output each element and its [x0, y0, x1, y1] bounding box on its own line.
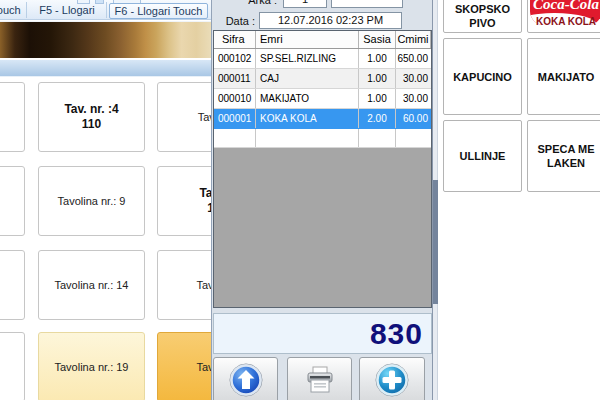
cell-sifra: 000010 — [214, 89, 256, 108]
cell-sasia: 2.00 — [359, 109, 396, 128]
cell-empty — [359, 129, 396, 147]
date-label: Data : — [215, 13, 255, 29]
table-button-label: Tavoli — [196, 278, 211, 293]
table-button-partial[interactable] — [0, 332, 25, 400]
cell-cmimi: 650.00 — [396, 49, 431, 68]
product-label: SPECA ME LAKEN — [534, 142, 598, 170]
tab-separator — [106, 2, 107, 18]
cell-empty — [396, 129, 431, 147]
table-button-label: Tavolina nr.: 9 — [58, 194, 126, 209]
tab-f6-llogari-touch[interactable]: F6 - Llogari Touch — [109, 3, 208, 19]
tab-touch[interactable]: Touch — [0, 3, 26, 19]
table-button-partial[interactable] — [0, 250, 25, 320]
table-button-tavolina-19[interactable]: Tavolina nr.: 19 — [38, 332, 145, 400]
product-button-makijato[interactable]: MAKIJATO — [527, 38, 600, 115]
plus-icon — [375, 363, 409, 397]
cell-sifra: 000102 — [214, 49, 256, 68]
order-row[interactable]: 000010 MAKIJATO 1.00 30.00 — [214, 89, 431, 109]
table-button-clipped[interactable]: Tavoli — [157, 250, 211, 320]
product-label: ULLINJE — [460, 149, 506, 163]
tab-separator — [26, 2, 27, 18]
product-button-skopsko-pivo[interactable]: SKOPSKO PIVO — [443, 0, 522, 33]
cell-emri: SP.SEL.RIZLING — [256, 49, 359, 68]
cell-sifra: 000001 — [214, 109, 256, 128]
cell-sasia: 1.00 — [359, 69, 396, 88]
scrollbar-thumb[interactable] — [433, 180, 438, 304]
total-amount: 830 — [223, 314, 423, 353]
up-arrow-icon — [229, 363, 263, 397]
product-label: SKOPSKO PIVO — [450, 2, 515, 30]
table-button-sublabel: 110 — [82, 117, 101, 132]
table-button-tavolina-9[interactable]: Tavolina nr.: 9 — [38, 166, 145, 236]
table-button-label: Tav. — [199, 186, 211, 201]
column-header-emri: Emri — [256, 31, 359, 48]
product-label: MAKIJATO — [538, 70, 594, 84]
order-row-empty — [214, 129, 431, 148]
print-button[interactable] — [287, 357, 352, 400]
printer-icon — [304, 366, 336, 394]
total-box: 830 — [213, 313, 432, 354]
cell-emri: KOKA KOLA — [256, 109, 359, 128]
table-button-label: Tavol — [198, 110, 211, 125]
product-label: KOKA KOLA — [528, 15, 600, 29]
table-button-label: Tavolina nr.: 19 — [55, 360, 129, 375]
table-button-clipped[interactable]: Tavoli — [157, 332, 211, 400]
cell-cmimi: 30.00 — [396, 89, 431, 108]
product-button-speca-me-laken[interactable]: SPECA ME LAKEN — [527, 120, 600, 192]
order-row[interactable]: 000102 SP.SEL.RIZLING 1.00 650.00 — [214, 49, 431, 69]
table-button-partial[interactable] — [0, 166, 25, 236]
order-items-grid[interactable]: Sifra Emri Sasia Cmimi 000102 SP.SEL.RIZ… — [213, 30, 432, 308]
arka-input[interactable]: 1 — [283, 0, 327, 8]
table-button-clipped[interactable]: Tav. 1 — [157, 166, 211, 236]
tab-f5-llogari[interactable]: F5 - Llogari — [30, 3, 104, 19]
column-header-cmimi: Cmimi — [396, 31, 431, 48]
table-button-tav-4[interactable]: Tav. nr. :4 110 — [38, 82, 145, 152]
table-button-label: Tavoli — [196, 360, 211, 375]
order-row[interactable]: 000011 CAJ 1.00 30.00 — [214, 69, 431, 89]
product-button-kapucino[interactable]: KAPUCINO — [443, 38, 522, 115]
table-button-label: Tav. nr. :4 — [64, 102, 118, 117]
cell-cmimi: 30.00 — [396, 69, 431, 88]
column-header-sasia: Sasia — [359, 31, 396, 48]
products-scrollbar[interactable] — [433, 0, 438, 400]
add-item-button[interactable] — [359, 357, 425, 400]
table-button-label: Tavolina nr.: 14 — [55, 278, 129, 293]
cell-emri: MAKIJATO — [256, 89, 359, 108]
order-panel: Arka : 1 Data : 12.07.2016 02:23 PM Sifr… — [211, 0, 433, 400]
wood-banner-image — [0, 21, 211, 58]
blue-divider-strip — [0, 59, 211, 77]
arka-label: Arka : — [232, 0, 277, 8]
cell-emri: CAJ — [256, 69, 359, 88]
arka-secondary-input[interactable] — [331, 0, 403, 8]
cell-sasia: 1.00 — [359, 89, 396, 108]
products-panel: SKOPSKO PIVO Coca-Cola KOKA KOLA KAPUCIN… — [433, 0, 600, 400]
toolbar-tab-bar: Touch F5 - Llogari F6 - Llogari Touch — [0, 0, 211, 20]
send-up-button[interactable] — [213, 357, 278, 400]
cell-sasia: 1.00 — [359, 49, 396, 68]
product-button-koka-kola[interactable]: Coca-Cola KOKA KOLA — [527, 0, 600, 33]
product-label: KAPUCINO — [453, 70, 512, 84]
cell-sifra: 000011 — [214, 69, 256, 88]
table-button-tavolina-14[interactable]: Tavolina nr.: 14 — [38, 250, 145, 320]
cell-cmimi: 60.00 — [396, 109, 431, 128]
pos-window: Touch F5 - Llogari F6 - Llogari Touch Ta… — [0, 0, 600, 400]
tables-panel: Touch F5 - Llogari F6 - Llogari Touch Ta… — [0, 0, 211, 400]
product-button-ullinje[interactable]: ULLINJE — [443, 120, 522, 192]
column-header-sifra: Sifra — [214, 31, 256, 48]
grid-header-row: Sifra Emri Sasia Cmimi — [214, 31, 431, 49]
cell-empty — [214, 129, 256, 147]
coca-cola-script-text: Coca-Cola — [530, 0, 600, 11]
cell-empty — [256, 129, 359, 147]
table-button-partial[interactable] — [0, 82, 25, 152]
date-field[interactable]: 12.07.2016 02:23 PM — [259, 12, 402, 29]
table-button-clipped[interactable]: Tavol — [157, 82, 211, 152]
order-row-selected[interactable]: 000001 KOKA KOLA 2.00 60.00 — [214, 109, 431, 129]
